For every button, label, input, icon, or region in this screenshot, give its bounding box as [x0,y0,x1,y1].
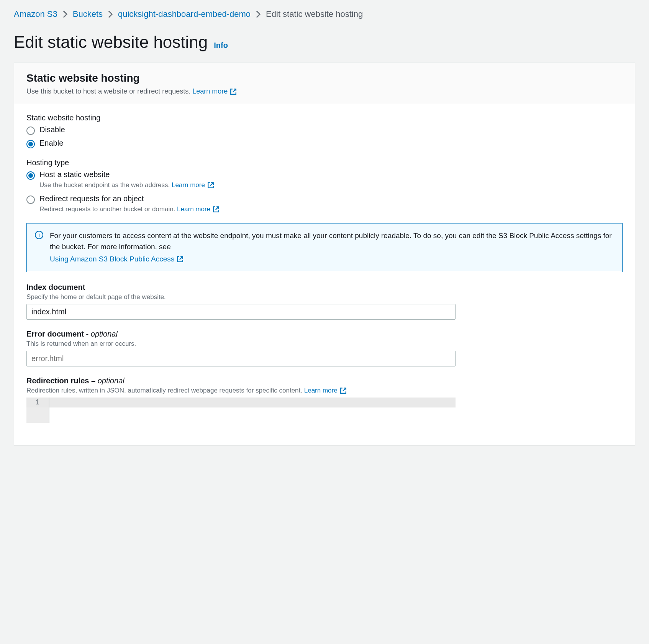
radio-enable-label: Enable [39,139,63,148]
hosting-toggle-label: Static website hosting [26,113,623,122]
redirect-rules-label-sep: – [89,376,97,385]
info-icon [34,230,44,240]
alert-body: For your customers to access content at … [50,230,615,265]
static-desc-text: Use the bucket endpoint as the web addre… [39,181,170,189]
chevron-right-icon [256,10,261,18]
gutter-column [26,407,49,423]
breadcrumb: Amazon S3 Buckets quicksight-dashboard-e… [14,8,635,20]
radio-host-static[interactable]: Host a static website [26,170,623,180]
index-document-label: Index document [26,283,623,292]
index-document-input[interactable] [26,304,456,320]
code-content[interactable] [49,398,456,407]
public-access-alert: For your customers to access content at … [26,223,623,272]
radio-disable-label: Disable [39,125,65,134]
redirection-rules-label: Redirection rules – optional [26,376,623,385]
hosting-type-group: Hosting type Host a static website Use t… [26,158,623,213]
code-body[interactable] [26,407,456,423]
breadcrumb-bucket-link[interactable]: quicksight-dashboard-embed-demo [118,8,251,20]
panel-learn-more-link[interactable]: Learn more [192,87,237,95]
radio-icon [26,127,35,135]
breadcrumb-buckets-link[interactable]: Buckets [73,8,103,20]
alert-link-label: Using Amazon S3 Block Public Access [50,254,174,265]
radio-icon [26,196,35,204]
redirection-rules-group: Redirection rules – optional Redirection… [26,376,623,423]
code-text-column[interactable] [49,407,456,423]
error-document-label: Error document - optional [26,330,623,338]
redirect-desc-text: Redirect requests to another bucket or d… [39,205,175,213]
external-link-icon [177,256,184,263]
learn-more-label: Learn more [177,205,210,213]
chevron-right-icon [63,10,67,18]
error-document-input[interactable] [26,351,456,366]
breadcrumb-service-link[interactable]: Amazon S3 [14,8,57,20]
index-document-group: Index document Specify the home or defau… [26,283,623,320]
learn-more-label: Learn more [172,181,205,189]
learn-more-label: Learn more [304,387,338,394]
line-number: 1 [26,398,49,407]
panel-header: Static website hosting Use this bucket t… [14,63,635,104]
page-title: Edit static website hosting Info [14,33,635,52]
svg-point-2 [39,233,39,233]
radio-icon [26,140,35,148]
error-doc-label-main: Error document [26,330,84,338]
static-hosting-panel: Static website hosting Use this bucket t… [14,62,635,445]
radio-enable[interactable]: Enable [26,139,623,148]
radio-icon [26,171,35,180]
redirect-rules-hint-text: Redirection rules, written in JSON, auto… [26,387,302,394]
error-document-hint: This is returned when an error occurs. [26,340,623,348]
panel-body: Static website hosting Disable Enable Ho… [14,104,635,445]
page-title-text: Edit static website hosting [14,33,208,52]
breadcrumb-current: Edit static website hosting [266,8,363,20]
redirect-learn-more-link[interactable]: Learn more [177,205,220,213]
radio-host-static-desc: Use the bucket endpoint as the web addre… [39,181,623,189]
radio-host-static-label: Host a static website [39,170,110,179]
external-link-icon [340,387,347,394]
redirection-rules-hint: Redirection rules, written in JSON, auto… [26,387,623,394]
learn-more-label: Learn more [192,87,228,95]
radio-redirect-label: Redirect requests for an object [39,194,144,203]
radio-redirect[interactable]: Redirect requests for an object [26,194,623,204]
external-link-icon [213,206,220,213]
error-document-group: Error document - optional This is return… [26,330,623,366]
panel-title: Static website hosting [26,72,623,84]
error-doc-label-sep: - [84,330,91,338]
radio-disable[interactable]: Disable [26,125,623,135]
hosting-type-label: Hosting type [26,158,623,167]
static-learn-more-link[interactable]: Learn more [172,181,214,189]
alert-block-public-access-link[interactable]: Using Amazon S3 Block Public Access [50,254,184,265]
redirect-rules-learn-more-link[interactable]: Learn more [304,387,347,394]
redirect-rules-label-optional: optional [98,376,125,385]
redirection-rules-editor[interactable]: 1 [26,398,456,423]
hosting-toggle-group: Static website hosting Disable Enable [26,113,623,148]
panel-description: Use this bucket to host a website or red… [26,87,623,95]
external-link-icon [207,182,214,189]
error-doc-label-optional: optional [91,330,118,338]
alert-text: For your customers to access content at … [50,232,612,251]
radio-redirect-desc: Redirect requests to another bucket or d… [39,205,623,213]
code-line-1: 1 [26,398,456,407]
redirect-rules-label-main: Redirection rules [26,376,89,385]
chevron-right-icon [108,10,113,18]
index-document-hint: Specify the home or default page of the … [26,293,623,301]
external-link-icon [230,88,237,95]
panel-desc-text: Use this bucket to host a website or red… [26,87,190,95]
info-link[interactable]: Info [214,41,228,50]
